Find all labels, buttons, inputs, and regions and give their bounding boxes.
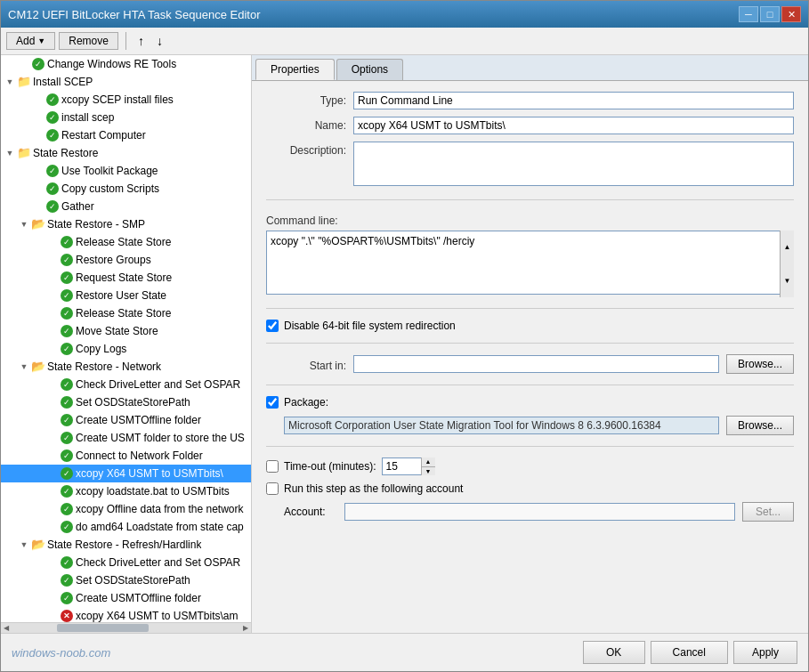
tree-item-restart-computer[interactable]: ✓ Restart Computer: [1, 126, 251, 144]
tree-item-do-amd64[interactable]: ✓ do amd64 Loadstate from state cap: [1, 518, 251, 536]
description-textarea[interactable]: [353, 142, 794, 186]
name-value-wrap: [353, 117, 794, 134]
icon-use-toolkit: ✓: [45, 164, 60, 178]
expander-move-state-store: [45, 324, 60, 338]
expander-create-usmt-folder: [45, 431, 60, 445]
timeout-checkbox[interactable]: [266, 460, 279, 473]
expander-check-driveletter: [45, 377, 60, 392]
tree-item-set-osd2[interactable]: ✓ Set OSDStateStorePath: [1, 571, 251, 589]
title-bar: CM12 UEFI BitLocker HTA Task Sequence Ed…: [1, 1, 808, 28]
tree-item-restore-groups[interactable]: ✓ Restore Groups: [1, 251, 251, 269]
expander-change-windows: [17, 57, 31, 71]
type-input[interactable]: [353, 92, 794, 109]
package-checkbox-row: Package:: [266, 396, 794, 409]
main-window: CM12 UEFI BitLocker HTA Task Sequence Ed…: [0, 0, 809, 672]
icon-state-restore: 📁: [17, 146, 31, 160]
icon-create-usmt-offline2: ✓: [60, 591, 74, 605]
run-as-checkbox[interactable]: [266, 482, 279, 495]
main-area: ✓ Change Windows RE Tools ▼ 📁 Install SC…: [1, 55, 808, 633]
tree-item-create-usmt-folder[interactable]: ✓ Create USMT folder to store the US: [1, 429, 251, 447]
tree-item-check-driveletter2[interactable]: ✓ Check DriveLetter and Set OSPAR: [1, 554, 251, 571]
package-checkbox[interactable]: [266, 396, 279, 409]
move-up-button[interactable]: ↑: [133, 31, 149, 51]
start-in-input[interactable]: [353, 355, 719, 373]
icon-change-windows: ✓: [31, 57, 45, 71]
close-button[interactable]: ✕: [781, 6, 801, 22]
timeout-increment-btn[interactable]: ▲: [421, 457, 435, 467]
account-input[interactable]: [344, 503, 735, 521]
tree-item-restore-user-state[interactable]: ✓ Restore User State: [1, 287, 251, 304]
icon-xcopy-scep: ✓: [45, 93, 60, 107]
tree-item-copy-logs[interactable]: ✓ Copy Logs: [1, 340, 251, 358]
tree-item-state-restore-network[interactable]: ▼ 📂 State Restore - Network: [1, 358, 251, 376]
expander-install-scep: ▼: [3, 75, 17, 89]
ok-button[interactable]: OK: [583, 641, 645, 664]
tree-item-state-restore-smp[interactable]: ▼ 📂 State Restore - SMP: [1, 215, 251, 233]
tree-item-install-scep[interactable]: ▼ 📁 Install SCEP: [1, 73, 251, 91]
tree-item-create-usmt-offline2[interactable]: ✓ Create USMTOffline folder: [1, 589, 251, 607]
tree-item-move-state-store[interactable]: ✓ Move State Store: [1, 322, 251, 340]
command-line-textarea[interactable]: xcopy ".\" "%OSPART%\USMTbits\" /herciy: [266, 231, 794, 295]
tab-options[interactable]: Options: [336, 59, 403, 80]
expander-use-toolkit: [31, 164, 45, 178]
tree-item-create-usmt-offline[interactable]: ✓ Create USMTOffline folder: [1, 411, 251, 429]
apply-button[interactable]: Apply: [733, 641, 797, 664]
package-checkbox-label: Package:: [284, 396, 328, 409]
browse-package-button[interactable]: Browse...: [726, 416, 794, 435]
cmd-scroll-down-btn[interactable]: ▼: [781, 264, 794, 298]
tree-item-state-restore[interactable]: ▼ 📁 State Restore: [1, 144, 251, 162]
tree-item-set-osd[interactable]: ✓ Set OSDStateStorePath: [1, 393, 251, 411]
minimize-button[interactable]: ─: [739, 6, 758, 22]
maximize-button[interactable]: □: [760, 6, 780, 22]
icon-state-restore-refresh: 📂: [31, 538, 45, 552]
tree-hscrollbar[interactable]: ◀ ▶: [1, 622, 251, 633]
icon-do-amd64: ✓: [60, 520, 74, 534]
expander-gather: [31, 199, 45, 214]
icon-restart-computer: ✓: [45, 128, 60, 142]
hscroll-thumb[interactable]: [57, 624, 149, 632]
tree-item-xcopy-offline[interactable]: ✓ xcopy Offline data from the network: [1, 500, 251, 518]
tree-item-xcopy-loadstate[interactable]: ✓ xcopy loadstate.bat to USMTbits: [1, 482, 251, 500]
timeout-decrement-btn[interactable]: ▼: [421, 467, 435, 476]
move-down-button[interactable]: ↓: [152, 31, 167, 51]
icon-install-scep-item: ✓: [45, 110, 60, 125]
divider-3: [266, 343, 794, 344]
icon-set-osd: ✓: [60, 395, 74, 409]
tree-item-release-state2[interactable]: ✓ Release State Store: [1, 304, 251, 322]
disable-64bit-checkbox[interactable]: [266, 320, 279, 332]
icon-set-osd2: ✓: [60, 573, 74, 587]
tree-item-connect-network[interactable]: ✓ Connect to Network Folder: [1, 447, 251, 465]
tree-item-change-windows[interactable]: ✓ Change Windows RE Tools: [1, 55, 251, 73]
tree-item-use-toolkit[interactable]: ✓ Use Toolkit Package: [1, 162, 251, 180]
browse-start-in-button[interactable]: Browse...: [726, 354, 794, 374]
remove-button[interactable]: Remove: [59, 32, 118, 50]
name-input[interactable]: [353, 117, 794, 134]
tree-item-gather[interactable]: ✓ Gather: [1, 198, 251, 215]
tree-item-check-driveletter[interactable]: ✓ Check DriveLetter and Set OSPAR: [1, 376, 251, 393]
disable-64bit-row: Disable 64-bit file system redirection: [266, 320, 794, 332]
icon-restore-user-state: ✓: [60, 288, 74, 303]
cancel-button[interactable]: Cancel: [651, 641, 728, 664]
expander-set-osd2: [45, 573, 60, 587]
tree-item-install-scep-item[interactable]: ✓ install scep: [1, 109, 251, 126]
tree-scroll[interactable]: ✓ Change Windows RE Tools ▼ 📁 Install SC…: [1, 55, 251, 622]
type-label: Type:: [266, 92, 346, 107]
tab-properties[interactable]: Properties: [255, 59, 335, 80]
set-button[interactable]: Set...: [742, 502, 794, 522]
tree-item-request-state-store[interactable]: ✓ Request State Store: [1, 269, 251, 287]
tree-item-xcopy-x64-usmt2[interactable]: ✕ xcopy X64 USMT to USMTbits\am: [1, 607, 251, 622]
add-button[interactable]: Add ▼: [6, 32, 55, 50]
tree-item-xcopy-x64-usmt[interactable]: ✓ xcopy X64 USMT to USMTbits\: [1, 465, 251, 482]
expander-copy-custom: [31, 182, 45, 196]
tree-item-copy-custom[interactable]: ✓ Copy custom Scripts: [1, 180, 251, 198]
icon-release-state2: ✓: [60, 306, 74, 320]
package-input[interactable]: [284, 417, 719, 434]
tree-item-xcopy-scep[interactable]: ✓ xcopy SCEP install files: [1, 91, 251, 109]
expander-xcopy-loadstate: [45, 484, 60, 498]
icon-connect-network: ✓: [60, 449, 74, 463]
tree-item-state-restore-refresh[interactable]: ▼ 📂 State Restore - Refresh/Hardlink: [1, 536, 251, 554]
tree-item-release-state1[interactable]: ✓ Release State Store: [1, 233, 251, 251]
hscroll-left-btn[interactable]: ◀: [1, 623, 12, 634]
cmd-scroll-up-btn[interactable]: ▲: [781, 231, 794, 264]
hscroll-right-btn[interactable]: ▶: [240, 623, 251, 634]
